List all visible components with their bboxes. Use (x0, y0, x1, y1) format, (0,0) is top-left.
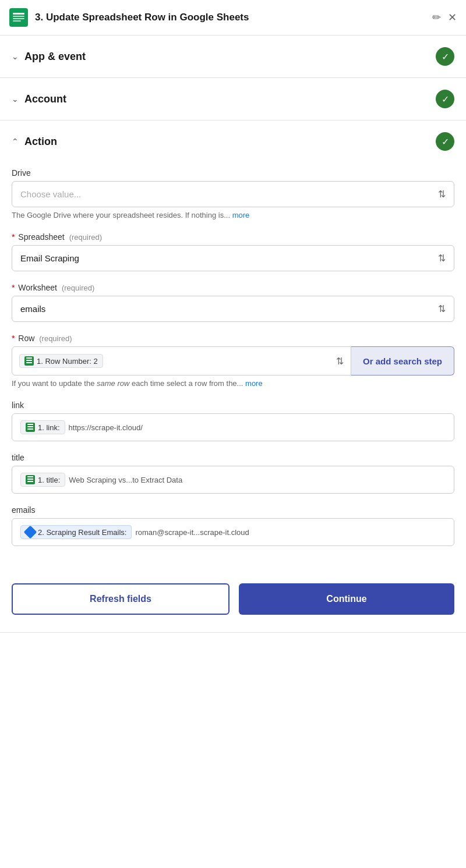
link-field-group: link 1. link: https://scrape-it.cloud/ (12, 401, 454, 441)
emails-input[interactable]: 2. Scraping Result Emails: roman@scrape-… (12, 518, 454, 546)
drive-chevron-icon: ⇅ (438, 189, 446, 200)
header-title: 3. Update Spreadsheet Row in Google Shee… (35, 12, 432, 23)
row-label: * Row (required) (12, 334, 454, 343)
emails-chip-value: roman@scrape-it...scrape-it.cloud (135, 528, 249, 537)
spreadsheet-label: * Spreadsheet (required) (12, 232, 454, 242)
row-chip-gs-icon (24, 356, 34, 366)
refresh-fields-button[interactable]: Refresh fields (12, 583, 230, 615)
section-account-title: Account (24, 93, 66, 105)
emails-chip: 2. Scraping Result Emails: (20, 525, 132, 539)
row-field-group: * Row (required) 1. Row Number: 2 ⇅ Or a… (12, 334, 454, 389)
link-input[interactable]: 1. link: https://scrape-it.cloud/ (12, 413, 454, 441)
worksheet-field-group: * Worksheet (required) emails ⇅ (12, 283, 454, 322)
worksheet-chevron-icon: ⇅ (438, 303, 446, 314)
worksheet-required-text: (required) (62, 284, 94, 292)
row-required-text: (required) (39, 334, 72, 343)
title-chip-label: 1. title: (38, 476, 60, 484)
spreadsheet-select[interactable]: Email Scraping ⇅ (12, 245, 454, 271)
svg-rect-1 (13, 13, 24, 15)
chevron-down-icon: ⌄ (12, 52, 19, 61)
section-action-check: ✓ (436, 132, 454, 151)
row-hint: If you want to update the same row each … (12, 378, 454, 389)
row-chip-label: 1. Row Number: 2 (37, 357, 98, 366)
bottom-actions: Refresh fields Continue (0, 572, 466, 632)
spreadsheet-value: Email Scraping (20, 253, 79, 263)
section-app-event-title: App & event (24, 51, 86, 63)
link-chip-gs-icon (26, 423, 35, 432)
emails-chip-label: 2. Scraping Result Emails: (38, 528, 126, 537)
drive-hint-more[interactable]: more (232, 211, 250, 219)
section-action-title: Action (24, 136, 57, 148)
edit-icon[interactable]: ✏ (432, 11, 441, 24)
svg-rect-0 (9, 8, 28, 27)
title-chip-gs-icon (26, 475, 35, 484)
spreadsheet-required-star: * (12, 232, 15, 242)
or-add-search-step-button[interactable]: Or add search step (351, 346, 454, 375)
drive-select[interactable]: Choose value... ⇅ (12, 181, 454, 207)
row-required-star: * (12, 334, 15, 343)
section-account-left: ⌄ Account (12, 93, 66, 105)
row-chip: 1. Row Number: 2 (19, 354, 103, 368)
section-action-header[interactable]: ⌃ Action ✓ (0, 121, 466, 162)
section-app-event: ⌄ App & event ✓ (0, 36, 466, 78)
worksheet-value: emails (20, 304, 45, 314)
worksheet-select[interactable]: emails ⇅ (12, 296, 454, 322)
worksheet-required-star: * (12, 283, 15, 292)
svg-rect-3 (13, 18, 24, 19)
chevron-up-icon: ⌃ (12, 137, 19, 146)
drive-placeholder: Choose value... (20, 189, 81, 199)
section-app-event-left: ⌄ App & event (12, 51, 86, 63)
section-action: ⌃ Action ✓ Drive Choose value... ⇅ The G… (0, 121, 466, 633)
row-hint-more[interactable]: more (245, 379, 263, 388)
section-action-left: ⌃ Action (12, 136, 57, 148)
title-chip: 1. title: (20, 473, 65, 487)
row-field-wrapper: 1. Row Number: 2 ⇅ Or add search step (12, 346, 454, 375)
title-label: title (12, 453, 454, 462)
worksheet-label: * Worksheet (required) (12, 283, 454, 292)
drive-label: Drive (12, 168, 454, 178)
title-input[interactable]: 1. title: Web Scraping vs...to Extract D… (12, 466, 454, 494)
app-icon (9, 8, 28, 27)
action-content: Drive Choose value... ⇅ The Google Drive… (0, 162, 466, 572)
emails-field-group: emails 2. Scraping Result Emails: roman@… (12, 505, 454, 546)
spreadsheet-chevron-icon: ⇅ (438, 253, 446, 264)
drive-field-group: Drive Choose value... ⇅ The Google Drive… (12, 168, 454, 221)
section-account-header[interactable]: ⌄ Account ✓ (0, 78, 466, 120)
drive-hint: The Google Drive where your spreadsheet … (12, 210, 454, 221)
close-icon[interactable]: ✕ (448, 11, 457, 24)
link-chip-value: https://scrape-it.cloud/ (69, 423, 143, 432)
section-app-event-header[interactable]: ⌄ App & event ✓ (0, 36, 466, 77)
svg-rect-4 (13, 20, 21, 22)
emails-chip-icon (24, 526, 37, 539)
svg-rect-2 (13, 16, 24, 17)
header-action-group: ✏ ✕ (432, 11, 457, 24)
modal-header: 3. Update Spreadsheet Row in Google Shee… (0, 0, 466, 36)
spreadsheet-required-text: (required) (69, 233, 102, 242)
row-input[interactable]: 1. Row Number: 2 ⇅ (12, 346, 351, 375)
link-label: link (12, 401, 454, 410)
section-account: ⌄ Account ✓ (0, 78, 466, 121)
spreadsheet-field-group: * Spreadsheet (required) Email Scraping … (12, 232, 454, 271)
section-account-check: ✓ (436, 90, 454, 108)
link-chip-label: 1. link: (38, 423, 60, 432)
emails-label: emails (12, 505, 454, 515)
continue-button[interactable]: Continue (239, 583, 454, 615)
title-chip-value: Web Scraping vs...to Extract Data (69, 476, 182, 484)
title-field-group: title 1. title: Web Scraping vs...to Ext… (12, 453, 454, 494)
link-chip: 1. link: (20, 420, 65, 434)
section-app-event-check: ✓ (436, 47, 454, 66)
chevron-down-icon: ⌄ (12, 94, 19, 104)
row-chevron-icon[interactable]: ⇅ (336, 356, 344, 367)
